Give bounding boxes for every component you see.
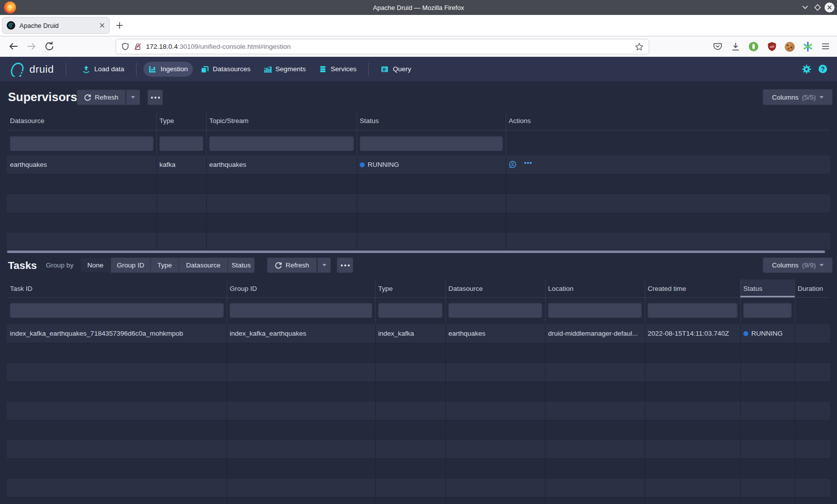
tab-close-icon[interactable] bbox=[99, 22, 105, 28]
druid-navbar: druid Load data Ingestion Datasources Se… bbox=[0, 57, 837, 81]
task-created-time: 2022-08-15T14:11:03.740Z bbox=[648, 330, 729, 337]
browser-tab[interactable]: Apache Druid bbox=[2, 17, 110, 34]
group-by-none-button[interactable]: None bbox=[80, 257, 111, 273]
supervisor-topic: earthquakes bbox=[209, 161, 246, 168]
browser-toolbar: 172.18.0.4:30109/unified-console.html#in… bbox=[0, 36, 837, 57]
window-maximize-icon[interactable] bbox=[814, 3, 822, 11]
supervisor-status: RUNNING bbox=[368, 161, 399, 168]
refresh-icon bbox=[275, 261, 282, 269]
filter-input-created-time[interactable] bbox=[648, 303, 737, 318]
task-datasource: earthquakes bbox=[448, 330, 485, 337]
nav-item-datasources[interactable]: Datasources bbox=[196, 62, 256, 77]
tasks-more-button[interactable] bbox=[337, 257, 353, 273]
filter-input-datasource[interactable] bbox=[448, 303, 542, 318]
group-by-status-button[interactable]: Status bbox=[228, 257, 255, 273]
task-location: druid-middlemanager-defaul... bbox=[548, 330, 638, 337]
connection-lock-icon[interactable] bbox=[134, 42, 142, 51]
supervisors-refresh-caret-button[interactable] bbox=[126, 90, 140, 105]
supervisors-hscrollbar[interactable] bbox=[7, 251, 825, 253]
nav-item-segments[interactable]: Segments bbox=[259, 62, 311, 77]
filter-input-task-id[interactable] bbox=[10, 303, 224, 318]
tab-title: Apache Druid bbox=[19, 22, 95, 29]
downloads-icon[interactable] bbox=[730, 41, 741, 52]
tasks-refresh-caret-button[interactable] bbox=[317, 257, 331, 273]
nav-divider bbox=[368, 63, 369, 76]
filter-input-type[interactable] bbox=[159, 136, 203, 151]
status-dot bbox=[743, 331, 748, 336]
col-header-actions[interactable]: Actions bbox=[509, 117, 531, 125]
more-dots-icon bbox=[151, 97, 160, 99]
filter-input-location[interactable] bbox=[548, 303, 642, 318]
url-text[interactable]: 172.18.0.4:30109/unified-console.html#in… bbox=[146, 43, 631, 50]
forward-icon[interactable] bbox=[25, 40, 38, 53]
col-header-location[interactable]: Location bbox=[548, 285, 573, 292]
supervisors-table: Datasource Type Topic/Stream Status Acti… bbox=[7, 111, 830, 250]
back-icon[interactable] bbox=[7, 40, 20, 53]
tasks-title: Tasks bbox=[8, 259, 37, 271]
nav-divider bbox=[66, 63, 66, 76]
supervisor-more-actions-icon[interactable]: ••• bbox=[524, 159, 533, 166]
tasks-columns-button[interactable]: Columns(9/9) bbox=[763, 257, 833, 273]
new-tab-icon[interactable] bbox=[116, 21, 124, 29]
col-header-topic-stream[interactable]: Topic/Stream bbox=[209, 117, 249, 125]
bookmark-star-icon[interactable] bbox=[635, 42, 644, 51]
reload-icon[interactable] bbox=[43, 40, 56, 53]
col-header-datasource[interactable]: Datasource bbox=[10, 117, 44, 125]
extension-privacy-badger-icon[interactable] bbox=[749, 42, 758, 51]
group-by-type-button[interactable]: Type bbox=[150, 257, 179, 273]
group-by-datasource-button[interactable]: Datasource bbox=[179, 257, 228, 273]
filter-input-topic-stream[interactable] bbox=[209, 136, 354, 151]
group-by-label: Group by bbox=[46, 261, 74, 269]
supervisors-columns-button[interactable]: Columns(5/5) bbox=[763, 89, 833, 105]
settings-gear-icon[interactable] bbox=[802, 64, 812, 74]
col-header-datasource[interactable]: Datasource bbox=[448, 285, 483, 292]
extension-asterisk-icon[interactable] bbox=[803, 41, 813, 52]
url-bar[interactable]: 172.18.0.4:30109/unified-console.html#in… bbox=[116, 39, 649, 54]
col-header-type[interactable]: Type bbox=[159, 117, 174, 125]
col-header-status[interactable]: Status bbox=[743, 285, 762, 292]
svg-text:u0: u0 bbox=[770, 44, 774, 49]
supervisor-detail-icon[interactable] bbox=[508, 160, 517, 169]
supervisors-more-button[interactable] bbox=[147, 90, 163, 105]
more-dots-icon bbox=[341, 264, 350, 266]
services-icon bbox=[319, 65, 327, 73]
extension-cookie-icon[interactable] bbox=[785, 42, 795, 52]
col-header-duration[interactable]: Duration bbox=[798, 285, 823, 292]
col-header-status[interactable]: Status bbox=[360, 117, 379, 125]
supervisors-rows: earthquakes kafka earthquakes RUNNING ••… bbox=[7, 155, 830, 250]
extension-ublock-icon[interactable]: u0 bbox=[767, 41, 777, 52]
tracking-shield-icon[interactable] bbox=[121, 42, 130, 51]
filter-input-datasource[interactable] bbox=[10, 136, 153, 151]
pocket-icon[interactable] bbox=[712, 41, 723, 52]
window-titlebar: Apache Druid — Mozilla Firefox bbox=[0, 0, 837, 15]
filter-input-type[interactable] bbox=[378, 303, 442, 318]
filter-input-group-id[interactable] bbox=[230, 303, 372, 318]
filter-input-status[interactable] bbox=[743, 303, 792, 318]
col-header-group-id[interactable]: Group ID bbox=[230, 285, 257, 292]
query-icon bbox=[381, 65, 389, 73]
druid-brand: druid bbox=[29, 63, 54, 75]
tab-strip: Apache Druid bbox=[0, 15, 837, 36]
col-header-created-time[interactable]: Created time bbox=[648, 285, 686, 292]
nav-item-ingestion[interactable]: Ingestion bbox=[143, 62, 193, 77]
druid-logo[interactable]: druid bbox=[8, 62, 54, 77]
supervisors-refresh-button[interactable]: Refresh bbox=[77, 90, 126, 105]
nav-item-query[interactable]: Query bbox=[376, 62, 416, 77]
window-minimize-icon[interactable] bbox=[801, 4, 809, 11]
filter-input-status[interactable] bbox=[360, 136, 503, 151]
nav-item-services[interactable]: Services bbox=[314, 62, 362, 77]
load-data-icon bbox=[82, 65, 90, 73]
group-by-group-id-button[interactable]: Group ID bbox=[111, 257, 150, 273]
window-close-icon[interactable] bbox=[825, 2, 835, 12]
tasks-refresh-button[interactable]: Refresh bbox=[267, 257, 317, 273]
menu-hamburger-icon[interactable] bbox=[821, 42, 830, 50]
task-status: RUNNING bbox=[751, 330, 783, 337]
datasources-icon bbox=[201, 65, 209, 73]
col-header-type[interactable]: Type bbox=[378, 285, 393, 292]
col-header-task-id[interactable]: Task ID bbox=[10, 285, 32, 292]
nav-item-load-data[interactable]: Load data bbox=[77, 62, 129, 77]
window-title: Apache Druid — Mozilla Firefox bbox=[0, 0, 837, 15]
nav-divider bbox=[136, 63, 137, 76]
druid-favicon bbox=[6, 21, 15, 30]
help-icon[interactable]: ? bbox=[819, 65, 827, 73]
